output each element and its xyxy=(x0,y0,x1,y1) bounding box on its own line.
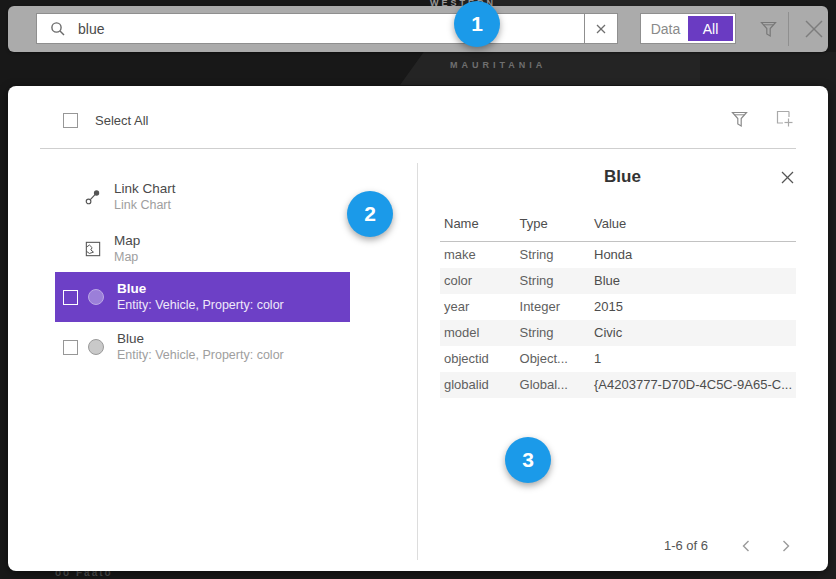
toolbar-divider xyxy=(788,12,789,46)
cell-type: String xyxy=(516,320,590,346)
funnel-icon xyxy=(731,110,748,128)
result-text: Blue Entity: Vehicle, Property: color xyxy=(117,331,284,363)
result-checkbox[interactable] xyxy=(63,290,78,305)
search-box xyxy=(36,13,618,44)
callout-badge-3: 3 xyxy=(505,437,551,483)
select-all-label: Select All xyxy=(95,113,148,128)
col-header-value: Value xyxy=(590,216,796,242)
cell-value: Blue xyxy=(590,268,796,294)
result-subtitle: Map xyxy=(114,249,140,265)
result-subtitle: Entity: Vehicle, Property: color xyxy=(117,347,284,363)
close-icon xyxy=(780,170,795,185)
col-header-name: Name xyxy=(440,216,516,242)
pagination-range: 1-6 of 6 xyxy=(608,538,708,553)
result-title: Blue xyxy=(117,281,284,297)
cell-type: String xyxy=(516,242,590,268)
result-title: Link Chart xyxy=(114,181,176,197)
attribute-table: Name Type Value make String Honda color … xyxy=(440,216,796,398)
table-header-row: Name Type Value xyxy=(440,216,796,242)
cell-value: 2015 xyxy=(590,294,796,320)
results-filter-button[interactable] xyxy=(724,104,754,134)
toggle-option-all[interactable]: All xyxy=(688,16,733,41)
cell-type: Integer xyxy=(516,294,590,320)
property-circle-icon xyxy=(88,339,104,355)
clear-icon xyxy=(595,23,607,35)
table-row: objectid Object... 1 xyxy=(440,346,796,372)
funnel-icon xyxy=(760,20,777,38)
screenshot-root: WESTERN MAURITANIA oo Faato Data All xyxy=(0,0,836,579)
cell-name: year xyxy=(440,294,516,320)
table-row: model String Civic xyxy=(440,320,796,346)
table-row: make String Honda xyxy=(440,242,796,268)
cell-name: globalid xyxy=(440,372,516,398)
cell-name: objectid xyxy=(440,346,516,372)
result-item-link-chart[interactable]: Link Chart Link Chart xyxy=(55,174,350,220)
property-circle-icon xyxy=(88,289,104,305)
result-title: Map xyxy=(114,233,140,249)
result-item-blue[interactable]: Blue Entity: Vehicle, Property: color xyxy=(55,324,350,370)
clear-search-button[interactable] xyxy=(584,14,617,43)
cell-value: Honda xyxy=(590,242,796,268)
table-row: color String Blue xyxy=(440,268,796,294)
search-icon xyxy=(50,21,66,37)
map-icon xyxy=(85,241,101,257)
cell-value: Civic xyxy=(590,320,796,346)
header-divider xyxy=(40,148,796,149)
result-subtitle: Link Chart xyxy=(114,197,176,213)
results-panel: Select All Link Chart xyxy=(8,86,828,571)
result-title: Blue xyxy=(117,331,284,347)
toggle-option-data[interactable]: Data xyxy=(643,16,688,41)
cell-type: String xyxy=(516,268,590,294)
pagination-next-button[interactable] xyxy=(774,534,798,558)
add-square-icon xyxy=(775,109,795,129)
result-checkbox[interactable] xyxy=(63,340,78,355)
close-search-button[interactable] xyxy=(800,16,828,42)
data-all-toggle: Data All xyxy=(640,13,736,44)
panel-vertical-divider xyxy=(417,163,418,560)
cell-value: {A4203777-D70D-4C5C-9A65-C... xyxy=(590,372,796,398)
callout-badge-2: 2 xyxy=(347,191,393,237)
search-toolbar: Data All xyxy=(8,6,828,52)
cell-type: Object... xyxy=(516,346,590,372)
col-header-type: Type xyxy=(516,216,590,242)
cell-value: 1 xyxy=(590,346,796,372)
cell-type: Global... xyxy=(516,372,590,398)
result-text: Map Map xyxy=(114,233,140,265)
result-item-map[interactable]: Map Map xyxy=(55,226,350,272)
result-text: Blue Entity: Vehicle, Property: color xyxy=(117,281,284,313)
cell-name: model xyxy=(440,320,516,346)
result-text: Link Chart Link Chart xyxy=(114,181,176,213)
pagination-prev-button[interactable] xyxy=(734,534,758,558)
table-row: globalid Global... {A4203777-D70D-4C5C-9… xyxy=(440,372,796,398)
map-label-mauritania: MAURITANIA xyxy=(450,60,546,70)
chevron-right-icon xyxy=(780,539,792,553)
close-icon xyxy=(803,18,825,40)
result-item-blue-selected[interactable]: Blue Entity: Vehicle, Property: color xyxy=(55,272,350,322)
search-input[interactable] xyxy=(66,14,584,43)
cell-name: make xyxy=(440,242,516,268)
table-row: year Integer 2015 xyxy=(440,294,796,320)
select-all-checkbox[interactable] xyxy=(63,113,78,128)
callout-badge-1: 1 xyxy=(454,1,500,47)
add-selection-button[interactable] xyxy=(770,104,800,134)
chevron-left-icon xyxy=(740,539,752,553)
link-chart-icon xyxy=(85,189,101,205)
detail-close-button[interactable] xyxy=(776,166,798,188)
search-filter-button[interactable] xyxy=(754,16,782,42)
result-subtitle: Entity: Vehicle, Property: color xyxy=(117,297,284,313)
cell-name: color xyxy=(440,268,516,294)
detail-title: Blue xyxy=(417,167,828,187)
